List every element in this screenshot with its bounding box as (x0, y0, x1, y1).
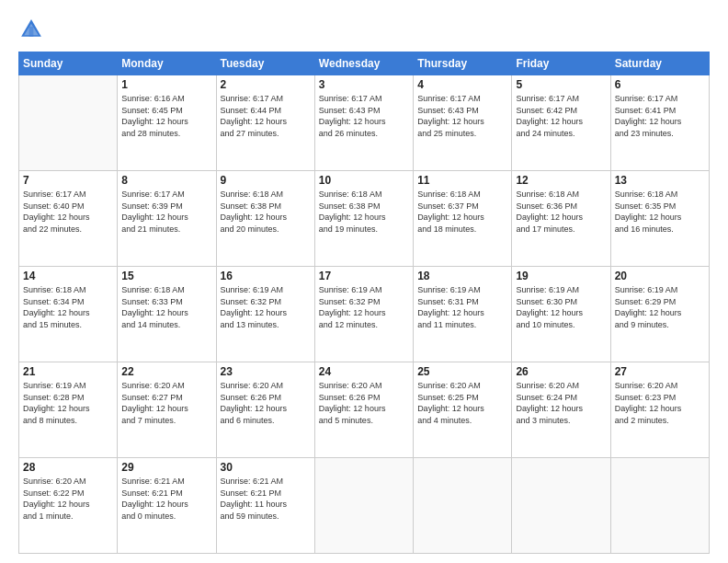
calendar-cell: 11Sunrise: 6:18 AM Sunset: 6:37 PM Dayli… (414, 171, 512, 267)
calendar-cell: 19Sunrise: 6:19 AM Sunset: 6:30 PM Dayli… (512, 267, 610, 362)
day-number: 16 (221, 270, 311, 282)
calendar-week-row: 1Sunrise: 6:16 AM Sunset: 6:45 PM Daylig… (19, 75, 710, 171)
calendar-cell: 3Sunrise: 6:17 AM Sunset: 6:43 PM Daylig… (314, 75, 413, 171)
day-info: Sunrise: 6:17 AM Sunset: 6:40 PM Dayligh… (23, 189, 113, 235)
calendar-cell: 24Sunrise: 6:20 AM Sunset: 6:26 PM Dayli… (314, 362, 413, 458)
day-number: 2 (221, 78, 311, 91)
day-number: 17 (319, 270, 409, 282)
day-number: 3 (319, 78, 409, 91)
day-info: Sunrise: 6:19 AM Sunset: 6:31 PM Dayligh… (417, 284, 507, 330)
day-info: Sunrise: 6:17 AM Sunset: 6:39 PM Dayligh… (121, 189, 211, 235)
calendar-cell (19, 75, 118, 171)
day-info: Sunrise: 6:20 AM Sunset: 6:26 PM Dayligh… (319, 380, 409, 426)
day-info: Sunrise: 6:20 AM Sunset: 6:25 PM Dayligh… (417, 380, 507, 426)
calendar-weekday-header: Saturday (610, 52, 709, 75)
calendar-weekday-header: Wednesday (314, 52, 413, 75)
day-info: Sunrise: 6:19 AM Sunset: 6:28 PM Dayligh… (23, 380, 113, 426)
day-info: Sunrise: 6:17 AM Sunset: 6:44 PM Dayligh… (221, 93, 311, 139)
day-number: 1 (121, 78, 211, 91)
day-info: Sunrise: 6:19 AM Sunset: 6:29 PM Dayligh… (615, 284, 705, 330)
calendar-cell: 14Sunrise: 6:18 AM Sunset: 6:34 PM Dayli… (19, 267, 118, 362)
calendar-cell: 16Sunrise: 6:19 AM Sunset: 6:32 PM Dayli… (216, 267, 314, 362)
day-info: Sunrise: 6:18 AM Sunset: 6:36 PM Dayligh… (516, 189, 606, 235)
day-info: Sunrise: 6:17 AM Sunset: 6:42 PM Dayligh… (516, 93, 606, 139)
calendar-cell: 7Sunrise: 6:17 AM Sunset: 6:40 PM Daylig… (19, 171, 118, 267)
day-number: 7 (23, 174, 113, 187)
calendar-cell: 12Sunrise: 6:18 AM Sunset: 6:36 PM Dayli… (512, 171, 610, 267)
day-number: 25 (417, 365, 507, 378)
calendar-cell: 17Sunrise: 6:19 AM Sunset: 6:32 PM Dayli… (314, 267, 413, 362)
calendar-cell: 1Sunrise: 6:16 AM Sunset: 6:45 PM Daylig… (118, 75, 216, 171)
calendar-cell: 21Sunrise: 6:19 AM Sunset: 6:28 PM Dayli… (19, 362, 118, 458)
calendar-weekday-header: Sunday (19, 52, 118, 75)
calendar-cell (414, 458, 512, 554)
day-number: 11 (417, 174, 507, 187)
calendar-week-row: 28Sunrise: 6:20 AM Sunset: 6:22 PM Dayli… (19, 458, 710, 554)
day-info: Sunrise: 6:18 AM Sunset: 6:35 PM Dayligh… (615, 189, 705, 235)
calendar-cell: 9Sunrise: 6:18 AM Sunset: 6:38 PM Daylig… (216, 171, 314, 267)
day-number: 21 (23, 365, 113, 378)
day-info: Sunrise: 6:17 AM Sunset: 6:43 PM Dayligh… (319, 93, 409, 139)
day-info: Sunrise: 6:21 AM Sunset: 6:21 PM Dayligh… (221, 476, 311, 522)
day-number: 27 (615, 365, 705, 378)
calendar-cell: 29Sunrise: 6:21 AM Sunset: 6:21 PM Dayli… (118, 458, 216, 554)
calendar-cell (314, 458, 413, 554)
day-number: 5 (516, 78, 606, 91)
day-info: Sunrise: 6:19 AM Sunset: 6:32 PM Dayligh… (319, 284, 409, 330)
day-number: 14 (23, 270, 113, 282)
calendar-cell: 5Sunrise: 6:17 AM Sunset: 6:42 PM Daylig… (512, 75, 610, 171)
day-number: 8 (121, 174, 211, 187)
day-number: 12 (516, 174, 606, 187)
calendar-cell: 27Sunrise: 6:20 AM Sunset: 6:23 PM Dayli… (610, 362, 709, 458)
day-number: 19 (516, 270, 606, 282)
calendar-cell: 6Sunrise: 6:17 AM Sunset: 6:41 PM Daylig… (610, 75, 709, 171)
calendar-cell: 15Sunrise: 6:18 AM Sunset: 6:33 PM Dayli… (118, 267, 216, 362)
day-info: Sunrise: 6:18 AM Sunset: 6:33 PM Dayligh… (121, 284, 211, 330)
calendar-cell: 30Sunrise: 6:21 AM Sunset: 6:21 PM Dayli… (216, 458, 314, 554)
day-number: 23 (221, 365, 311, 378)
page: SundayMondayTuesdayWednesdayThursdayFrid… (0, 0, 728, 563)
calendar-cell: 2Sunrise: 6:17 AM Sunset: 6:44 PM Daylig… (216, 75, 314, 171)
day-info: Sunrise: 6:20 AM Sunset: 6:23 PM Dayligh… (615, 380, 705, 426)
calendar-cell: 25Sunrise: 6:20 AM Sunset: 6:25 PM Dayli… (414, 362, 512, 458)
calendar: SundayMondayTuesdayWednesdayThursdayFrid… (18, 52, 710, 554)
day-number: 10 (319, 174, 409, 187)
calendar-weekday-header: Thursday (414, 52, 512, 75)
day-number: 15 (121, 270, 211, 282)
calendar-cell: 4Sunrise: 6:17 AM Sunset: 6:43 PM Daylig… (414, 75, 512, 171)
calendar-cell (610, 458, 709, 554)
calendar-cell: 28Sunrise: 6:20 AM Sunset: 6:22 PM Dayli… (19, 458, 118, 554)
day-number: 18 (417, 270, 507, 282)
day-info: Sunrise: 6:20 AM Sunset: 6:22 PM Dayligh… (23, 476, 113, 522)
day-info: Sunrise: 6:18 AM Sunset: 6:38 PM Dayligh… (319, 189, 409, 235)
day-info: Sunrise: 6:18 AM Sunset: 6:38 PM Dayligh… (221, 189, 311, 235)
calendar-cell: 13Sunrise: 6:18 AM Sunset: 6:35 PM Dayli… (610, 171, 709, 267)
day-info: Sunrise: 6:21 AM Sunset: 6:21 PM Dayligh… (121, 476, 211, 522)
calendar-weekday-header: Friday (512, 52, 610, 75)
calendar-week-row: 14Sunrise: 6:18 AM Sunset: 6:34 PM Dayli… (19, 267, 710, 362)
calendar-cell: 8Sunrise: 6:17 AM Sunset: 6:39 PM Daylig… (118, 171, 216, 267)
day-number: 26 (516, 365, 606, 378)
logo (18, 17, 48, 42)
day-info: Sunrise: 6:20 AM Sunset: 6:24 PM Dayligh… (516, 380, 606, 426)
day-info: Sunrise: 6:19 AM Sunset: 6:32 PM Dayligh… (221, 284, 311, 330)
calendar-header-row: SundayMondayTuesdayWednesdayThursdayFrid… (19, 52, 710, 75)
logo-icon (18, 17, 44, 42)
day-number: 6 (615, 78, 705, 91)
calendar-cell (512, 458, 610, 554)
day-info: Sunrise: 6:20 AM Sunset: 6:27 PM Dayligh… (121, 380, 211, 426)
calendar-cell: 22Sunrise: 6:20 AM Sunset: 6:27 PM Dayli… (118, 362, 216, 458)
calendar-weekday-header: Monday (118, 52, 216, 75)
day-info: Sunrise: 6:19 AM Sunset: 6:30 PM Dayligh… (516, 284, 606, 330)
day-number: 9 (221, 174, 311, 187)
calendar-cell: 26Sunrise: 6:20 AM Sunset: 6:24 PM Dayli… (512, 362, 610, 458)
day-number: 24 (319, 365, 409, 378)
calendar-cell: 20Sunrise: 6:19 AM Sunset: 6:29 PM Dayli… (610, 267, 709, 362)
calendar-week-row: 21Sunrise: 6:19 AM Sunset: 6:28 PM Dayli… (19, 362, 710, 458)
day-number: 30 (221, 461, 311, 474)
day-number: 22 (121, 365, 211, 378)
calendar-cell: 18Sunrise: 6:19 AM Sunset: 6:31 PM Dayli… (414, 267, 512, 362)
day-number: 13 (615, 174, 705, 187)
calendar-cell: 23Sunrise: 6:20 AM Sunset: 6:26 PM Dayli… (216, 362, 314, 458)
day-number: 28 (23, 461, 113, 474)
